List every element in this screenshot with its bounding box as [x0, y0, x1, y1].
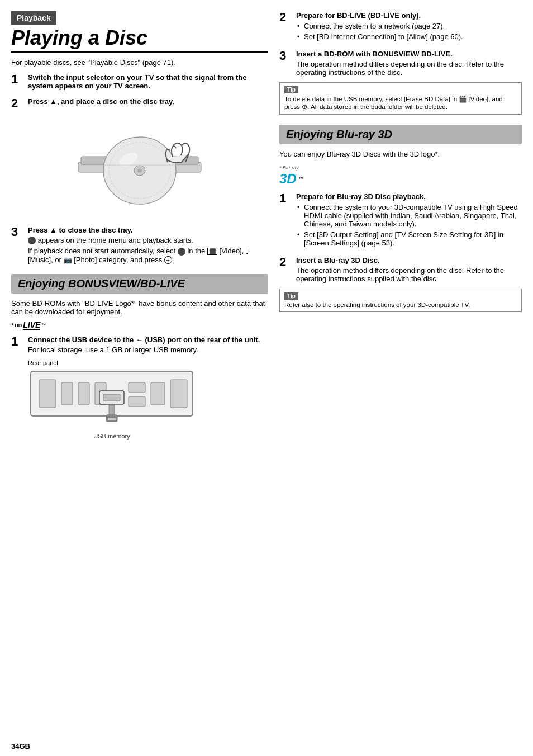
right-step-3-content: Insert a BD-ROM with BONUSVIEW/ BD-LIVE.… — [296, 50, 522, 77]
bluray3d-step-2-body: The operation method differs depending o… — [296, 266, 522, 283]
video-icon: ⬛ — [207, 248, 217, 255]
right-step-3-number: 3 — [279, 50, 292, 62]
tm-text: ™ — [41, 323, 46, 328]
bullet-2: Set [BD Internet Connection] to [Allow] … — [296, 32, 522, 41]
right-step-2-bullets: Connect the system to a network (page 27… — [296, 22, 522, 41]
left-column: Playback Playing a Disc For playable dis… — [11, 11, 268, 745]
step-2-number: 2 — [11, 97, 23, 110]
svg-rect-15 — [109, 405, 115, 416]
bluray3d-step-2-content: Insert a Blu-ray 3D Disc. The operation … — [296, 256, 522, 283]
right-step-3-title: Insert a BD-ROM with BONUSVIEW/ BD-LIVE. — [296, 50, 522, 58]
bluray3d-section-header: Enjoying Blu-ray 3D — [279, 125, 522, 144]
bonusview-step-1-body: For local storage, use a 1 GB or larger … — [28, 346, 268, 354]
playback-badge: Playback — [11, 11, 56, 25]
bd-super: BD — [15, 323, 22, 328]
step-2-title: Press ▲, and place a disc on the disc tr… — [28, 97, 268, 106]
bonusview-step-1-content: Connect the USB device to the ← (USB) po… — [28, 336, 268, 448]
disc-illustration — [61, 117, 218, 218]
bonusview-intro: Some BD-ROMs with "BD-LIVE Logo*" have b… — [11, 299, 268, 316]
step-3-body: appears on the home menu and playback st… — [28, 236, 268, 264]
bluray-tm: ™ — [298, 176, 303, 182]
bluray3d-step-2-number: 2 — [279, 256, 292, 268]
rear-panel-svg: USB memory — [28, 368, 196, 441]
step-3-body-line2: If playback does not start automatically… — [28, 247, 268, 264]
step-1-number: 1 — [11, 73, 23, 86]
bluray3d-bullet-1: Connect the system to your 3D-compatible… — [296, 203, 522, 228]
step-2: 2 Press ▲, and place a disc on the disc … — [11, 97, 268, 110]
bluray3d-step-1-bullets: Connect the system to your 3D-compatible… — [296, 203, 522, 247]
bluray-brand-text: Blu-ray — [283, 165, 299, 171]
svg-point-5 — [137, 168, 142, 172]
svg-rect-11 — [78, 382, 89, 405]
step-3-number: 3 — [11, 226, 23, 238]
step-1-content: Switch the input selector on your TV so … — [28, 73, 268, 92]
step-3-title: Press ▲ to close the disc tray. — [28, 226, 268, 234]
bluray3d-step-1-number: 1 — [279, 192, 292, 205]
right-step-2-title: Prepare for BD-LIVE (BD-LIVE only). — [296, 11, 522, 20]
bluray3d-step-2: 2 Insert a Blu-ray 3D Disc. The operatio… — [279, 256, 522, 283]
svg-rect-9 — [39, 380, 56, 408]
bluray-3d-text: 3D — [279, 171, 297, 186]
select-icon — [178, 248, 185, 256]
right-step-3-body: The operation method differs depending o… — [296, 60, 522, 77]
main-title: Playing a Disc — [11, 27, 268, 53]
music-icon: ♩ — [246, 248, 249, 256]
svg-rect-21 — [170, 380, 187, 408]
svg-rect-18 — [129, 382, 145, 393]
tip-box-1: Tip To delete data in the USB memory, se… — [279, 82, 522, 115]
tip-2-text: Refer also to the operating instructions… — [284, 301, 517, 308]
asterisk-label: * — [11, 322, 13, 329]
step-1-title: Switch the input selector on your TV so … — [28, 73, 268, 90]
bd-live-logo: * BD LIVE ™ — [11, 320, 268, 330]
tip-2-label: Tip — [284, 292, 298, 300]
right-step-2-content: Prepare for BD-LIVE (BD-LIVE only). Conn… — [296, 11, 522, 44]
bluray3d-step-1: 1 Prepare for Blu-ray 3D Disc playback. … — [279, 192, 522, 251]
step-3: 3 Press ▲ to close the disc tray. appear… — [11, 226, 268, 264]
bluray3d-logo-area: * Blu-ray 3D ™ — [279, 163, 522, 187]
plus-icon: + — [164, 256, 172, 264]
bonusview-step-1-number: 1 — [11, 336, 23, 348]
step-3-content: Press ▲ to close the disc tray. appears … — [28, 226, 268, 264]
step-1: 1 Switch the input selector on your TV s… — [11, 73, 268, 92]
tip-box-2: Tip Refer also to the operating instruct… — [279, 289, 522, 312]
bluray3d-bullet-2: Set [3D Output Setting] and [TV Screen S… — [296, 230, 522, 247]
svg-rect-14 — [103, 394, 120, 401]
bluray3d-step-1-content: Prepare for Blu-ray 3D Disc playback. Co… — [296, 192, 522, 251]
bonusview-step-1: 1 Connect the USB device to the ← (USB) … — [11, 336, 268, 448]
svg-text:USB memory: USB memory — [93, 433, 130, 440]
disc-image — [11, 117, 268, 218]
home-icon — [28, 237, 36, 244]
tip-1-text: To delete data in the USB memory, select… — [284, 95, 517, 111]
photo-icon: 📷 — [64, 256, 72, 264]
right-column: 2 Prepare for BD-LIVE (BD-LIVE only). Co… — [279, 11, 522, 745]
bluray3d-step-1-title: Prepare for Blu-ray 3D Disc playback. — [296, 192, 522, 201]
step-3-body-line1: appears on the home menu and playback st… — [38, 236, 193, 244]
bonusview-step-1-title: Connect the USB device to the ← (USB) po… — [28, 336, 268, 344]
bluray3d-intro: You can enjoy Blu-ray 3D Discs with the … — [279, 150, 522, 158]
live-text: LIVE — [23, 320, 40, 330]
bonusview-section-header: Enjoying BONUSVIEW/BD-LIVE — [11, 274, 268, 294]
rear-panel-container: Rear panel — [28, 360, 268, 443]
tip-1-label: Tip — [284, 86, 298, 93]
svg-rect-20 — [151, 382, 165, 405]
intro-text: For playable discs, see "Playable Discs"… — [11, 58, 268, 67]
right-step-2-number: 2 — [279, 11, 292, 23]
svg-rect-10 — [61, 382, 73, 405]
step-2-content: Press ▲, and place a disc on the disc tr… — [28, 97, 268, 107]
svg-rect-19 — [129, 396, 145, 407]
rear-panel-label: Rear panel — [28, 360, 268, 366]
right-bonusview-step-2: 2 Prepare for BD-LIVE (BD-LIVE only). Co… — [279, 11, 522, 44]
right-bonusview-step-3: 3 Insert a BD-ROM with BONUSVIEW/ BD-LIV… — [279, 50, 522, 77]
bullet-1: Connect the system to a network (page 27… — [296, 22, 522, 30]
bluray3d-step-2-title: Insert a Blu-ray 3D Disc. — [296, 256, 522, 264]
svg-rect-17 — [108, 418, 116, 420]
page-number: 34GB — [11, 742, 30, 750]
